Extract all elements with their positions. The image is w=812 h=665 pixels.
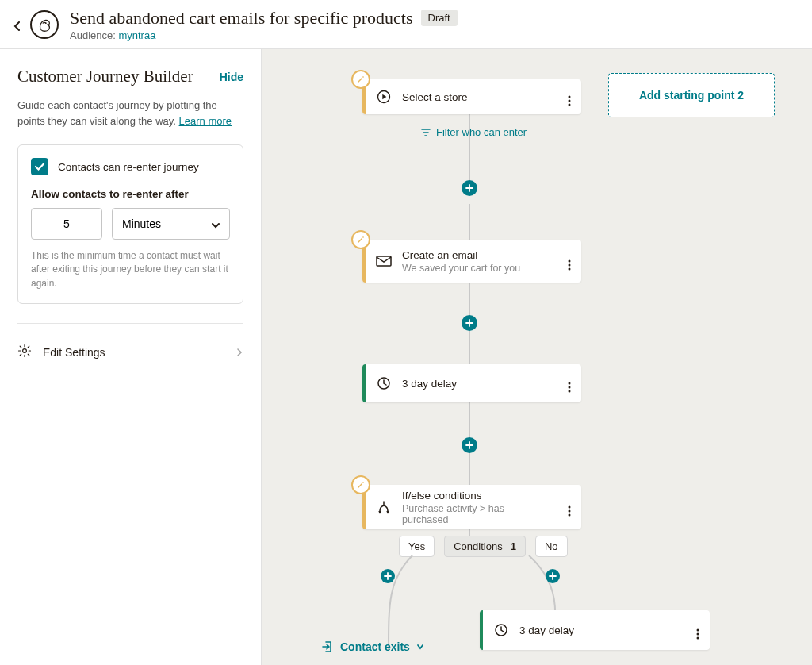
starting-point-card[interactable]: Select a store xyxy=(362,79,581,114)
status-badge: Draft xyxy=(421,10,458,26)
card-menu-button[interactable] xyxy=(686,621,710,640)
clock-icon xyxy=(483,623,519,637)
edit-settings-label: Edit Settings xyxy=(43,346,105,359)
svg-point-9 xyxy=(569,264,571,267)
svg-point-17 xyxy=(569,514,571,517)
svg-point-0 xyxy=(36,16,52,32)
contact-exits-button[interactable]: Contact exits xyxy=(321,640,424,653)
ifelse-card[interactable]: If/else conditions Purchase activity > h… xyxy=(362,485,581,529)
allow-after-label: Allow contacts to re-enter after xyxy=(31,188,230,200)
reenter-settings-box: Contacts can re-enter journey Allow cont… xyxy=(17,144,243,304)
edit-settings-row[interactable]: Edit Settings xyxy=(17,336,243,368)
sidebar-title: Customer Journey Builder xyxy=(17,67,193,86)
svg-point-12 xyxy=(569,382,571,385)
branch-controls: Yes Conditions1 No xyxy=(399,536,568,557)
chevron-right-icon xyxy=(236,345,243,359)
add-step-button[interactable] xyxy=(462,315,477,331)
chevron-down-icon xyxy=(416,643,424,651)
back-button[interactable] xyxy=(13,20,22,29)
edit-badge-icon[interactable] xyxy=(351,230,370,249)
add-step-button[interactable] xyxy=(462,437,477,453)
svg-point-1 xyxy=(45,22,47,24)
svg-point-4 xyxy=(569,96,571,98)
mailchimp-logo xyxy=(30,10,59,39)
split-icon xyxy=(366,500,402,514)
email-card[interactable]: Create an email We saved your cart for y… xyxy=(362,240,581,283)
card-title: If/else conditions xyxy=(402,490,551,502)
card-menu-button[interactable] xyxy=(557,87,581,106)
card-menu-button[interactable] xyxy=(557,252,581,271)
delay-card[interactable]: 3 day delay xyxy=(480,610,710,650)
play-icon xyxy=(366,89,402,105)
svg-rect-7 xyxy=(377,256,391,266)
svg-point-5 xyxy=(569,100,571,102)
hide-sidebar-button[interactable]: Hide xyxy=(220,71,243,83)
card-title: Select a store xyxy=(402,91,551,103)
svg-point-10 xyxy=(569,268,571,271)
reenter-value-input[interactable] xyxy=(31,208,102,240)
sidebar-description: Guide each contact's journey by plotting… xyxy=(17,98,243,129)
svg-point-14 xyxy=(569,390,571,393)
mail-icon xyxy=(366,256,402,267)
svg-point-2 xyxy=(23,349,27,353)
svg-point-21 xyxy=(697,637,699,640)
add-step-button[interactable] xyxy=(381,569,395,583)
yes-branch-button[interactable]: Yes xyxy=(399,536,435,557)
clock-icon xyxy=(366,376,402,390)
edit-badge-icon[interactable] xyxy=(351,70,370,89)
svg-point-6 xyxy=(569,104,571,106)
card-title: 3 day delay xyxy=(402,378,551,390)
svg-point-19 xyxy=(697,629,699,632)
svg-point-13 xyxy=(569,386,571,389)
add-step-button[interactable] xyxy=(546,569,560,583)
learn-more-link[interactable]: Learn more xyxy=(179,115,232,127)
filter-icon xyxy=(420,127,431,138)
card-title: Create an email xyxy=(402,249,551,261)
conditions-button[interactable]: Conditions1 xyxy=(444,536,526,557)
card-subtitle: We saved your cart for you xyxy=(402,263,551,274)
svg-point-20 xyxy=(697,633,699,636)
reenter-checkbox[interactable] xyxy=(31,158,48,175)
audience-label: Audience: xyxy=(70,29,116,41)
card-menu-button[interactable] xyxy=(557,498,581,517)
svg-point-16 xyxy=(569,510,571,513)
add-starting-point-button[interactable]: Add starting point 2 xyxy=(608,73,775,117)
journey-canvas[interactable]: Select a store Add starting point 2 Filt… xyxy=(262,49,812,665)
gear-icon xyxy=(17,344,32,361)
card-menu-button[interactable] xyxy=(557,374,581,393)
page-title: Send abandoned cart emails for specific … xyxy=(70,8,413,29)
svg-point-15 xyxy=(569,506,571,509)
card-subtitle: Purchase activity > has purchased xyxy=(402,503,551,525)
reenter-helper-text: This is the minimum time a contact must … xyxy=(31,249,230,290)
card-title: 3 day delay xyxy=(519,625,680,636)
add-step-button[interactable] xyxy=(462,180,477,196)
divider xyxy=(17,323,243,324)
delay-card[interactable]: 3 day delay xyxy=(362,364,581,402)
reenter-unit-select[interactable]: Minutes xyxy=(112,208,230,240)
audience-link[interactable]: myntraa xyxy=(118,29,155,41)
filter-who-can-enter-link[interactable]: Filter who can enter xyxy=(420,126,527,138)
reenter-checkbox-label: Contacts can re-enter journey xyxy=(58,161,199,173)
svg-point-8 xyxy=(569,260,571,263)
no-branch-button[interactable]: No xyxy=(535,536,568,557)
sidebar: Customer Journey Builder Hide Guide each… xyxy=(0,49,262,665)
exit-icon xyxy=(321,640,334,653)
edit-badge-icon[interactable] xyxy=(351,475,370,494)
